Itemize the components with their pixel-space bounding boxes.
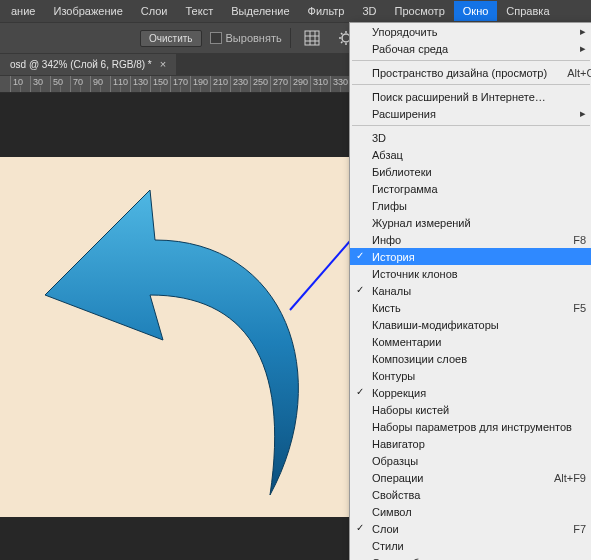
menu-item[interactable]: Образцы [350, 452, 591, 469]
menu-item[interactable]: Абзац [350, 146, 591, 163]
menu-item-label: Глифы [372, 200, 407, 212]
menu-item-shortcut: Alt+F9 [534, 472, 586, 484]
menu-item-shortcut: Alt+Ctrl+` [547, 67, 591, 79]
check-icon: ✓ [356, 386, 364, 397]
check-icon: ✓ [356, 522, 364, 533]
menu-item-label: Навигатор [372, 438, 425, 450]
menu-item[interactable]: Поиск расширений в Интернете… [350, 88, 591, 105]
menu-item-label: Кисть [372, 302, 401, 314]
menu-item-label: Стили абзацев [372, 557, 448, 561]
grid-icon[interactable] [299, 27, 325, 49]
menu-item-label: Журнал измерений [372, 217, 471, 229]
menu-item-label: Абзац [372, 149, 403, 161]
menu-item-label: Упорядочить [372, 26, 437, 38]
menu-item-выделение[interactable]: Выделение [222, 1, 298, 21]
menu-item-label: Контуры [372, 370, 415, 382]
menu-item-label: История [372, 251, 415, 263]
menu-separator [352, 125, 590, 126]
menu-item-справка[interactable]: Справка [497, 1, 558, 21]
menu-item[interactable]: Клавиши-модификаторы [350, 316, 591, 333]
menu-item-shortcut: F8 [553, 234, 586, 246]
separator [290, 28, 291, 48]
check-icon: ✓ [356, 250, 364, 261]
menu-item[interactable]: Композиции слоев [350, 350, 591, 367]
menu-item-фильтр[interactable]: Фильтр [299, 1, 354, 21]
document-tab-title: osd @ 342% (Слой 6, RGB/8) * [10, 59, 152, 70]
menu-item-ание[interactable]: ание [2, 1, 44, 21]
submenu-arrow-icon: ▸ [580, 42, 586, 55]
menu-item[interactable]: Журнал измерений [350, 214, 591, 231]
menu-item-label: Каналы [372, 285, 411, 297]
menu-item[interactable]: ✓Коррекция [350, 384, 591, 401]
menu-item[interactable]: Комментарии [350, 333, 591, 350]
menu-item[interactable]: Наборы параметров для инструментов [350, 418, 591, 435]
menu-item-label: Библиотеки [372, 166, 432, 178]
check-icon: ✓ [356, 284, 364, 295]
menu-item[interactable]: Свойства [350, 486, 591, 503]
menu-item-label: Образцы [372, 455, 418, 467]
document-tab[interactable]: osd @ 342% (Слой 6, RGB/8) * × [0, 53, 176, 75]
menu-item[interactable]: Контуры [350, 367, 591, 384]
menu-item-label: Символ [372, 506, 412, 518]
menu-item[interactable]: Символ [350, 503, 591, 520]
menu-item[interactable]: ✓СлоиF7 [350, 520, 591, 537]
menu-item[interactable]: КистьF5 [350, 299, 591, 316]
menu-item-label: 3D [372, 132, 386, 144]
submenu-arrow-icon: ▸ [580, 25, 586, 38]
menu-item[interactable]: Источник клонов [350, 265, 591, 282]
menu-item-label: Коррекция [372, 387, 426, 399]
menu-item[interactable]: Глифы [350, 197, 591, 214]
submenu-arrow-icon: ▸ [580, 107, 586, 120]
clear-button[interactable]: Очистить [140, 30, 202, 47]
arrow-graphic [35, 185, 315, 495]
menu-item[interactable]: Гистограмма [350, 180, 591, 197]
menu-item-label: Инфо [372, 234, 401, 246]
close-icon[interactable]: × [160, 58, 166, 70]
align-checkbox[interactable]: Выровнять [210, 32, 282, 44]
menu-item-label: Комментарии [372, 336, 441, 348]
menu-item[interactable]: ИнфоF8 [350, 231, 591, 248]
menu-item-label: Операции [372, 472, 423, 484]
menu-item-окно[interactable]: Окно [454, 1, 498, 21]
menu-item[interactable]: 3D [350, 129, 591, 146]
menu-item-3d[interactable]: 3D [353, 1, 385, 21]
canvas[interactable] [0, 157, 360, 517]
menu-item[interactable]: ✓Каналы [350, 282, 591, 299]
menu-item-label: Клавиши-модификаторы [372, 319, 499, 331]
menu-item-shortcut: F7 [553, 523, 586, 535]
checkbox-box [210, 32, 222, 44]
menu-item-label: Гистограмма [372, 183, 438, 195]
menu-item-label: Источник клонов [372, 268, 458, 280]
menu-separator [352, 84, 590, 85]
menu-item-label: Пространство дизайна (просмотр) [372, 67, 547, 79]
menu-item[interactable]: ОперацииAlt+F9 [350, 469, 591, 486]
svg-rect-0 [305, 31, 319, 45]
main-menu-bar: аниеИзображениеСлоиТекстВыделениеФильтр3… [0, 0, 591, 22]
menu-item-слои[interactable]: Слои [132, 1, 177, 21]
menu-item[interactable]: Упорядочить▸ [350, 23, 591, 40]
menu-item[interactable]: Рабочая среда▸ [350, 40, 591, 57]
menu-item-label: Стили [372, 540, 404, 552]
menu-item-label: Слои [372, 523, 399, 535]
menu-item[interactable]: Библиотеки [350, 163, 591, 180]
menu-item[interactable]: Стили [350, 537, 591, 554]
menu-item[interactable]: Расширения▸ [350, 105, 591, 122]
align-label: Выровнять [226, 32, 282, 44]
menu-item-label: Расширения [372, 108, 436, 120]
menu-item-label: Композиции слоев [372, 353, 467, 365]
menu-item-label: Поиск расширений в Интернете… [372, 91, 546, 103]
window-menu-dropdown: Упорядочить▸Рабочая среда▸Пространство д… [349, 22, 591, 560]
menu-item[interactable]: Наборы кистей [350, 401, 591, 418]
menu-item-label: Наборы параметров для инструментов [372, 421, 572, 433]
menu-item-label: Свойства [372, 489, 420, 501]
menu-item-shortcut: F5 [553, 302, 586, 314]
menu-item[interactable]: Пространство дизайна (просмотр)Alt+Ctrl+… [350, 64, 591, 81]
menu-item-текст[interactable]: Текст [177, 1, 223, 21]
menu-item-просмотр[interactable]: Просмотр [386, 1, 454, 21]
menu-item-label: Наборы кистей [372, 404, 449, 416]
menu-item[interactable]: Навигатор [350, 435, 591, 452]
menu-separator [352, 60, 590, 61]
menu-item[interactable]: ✓История [350, 248, 591, 265]
menu-item-изображение[interactable]: Изображение [44, 1, 131, 21]
menu-item[interactable]: Стили абзацев [350, 554, 591, 560]
